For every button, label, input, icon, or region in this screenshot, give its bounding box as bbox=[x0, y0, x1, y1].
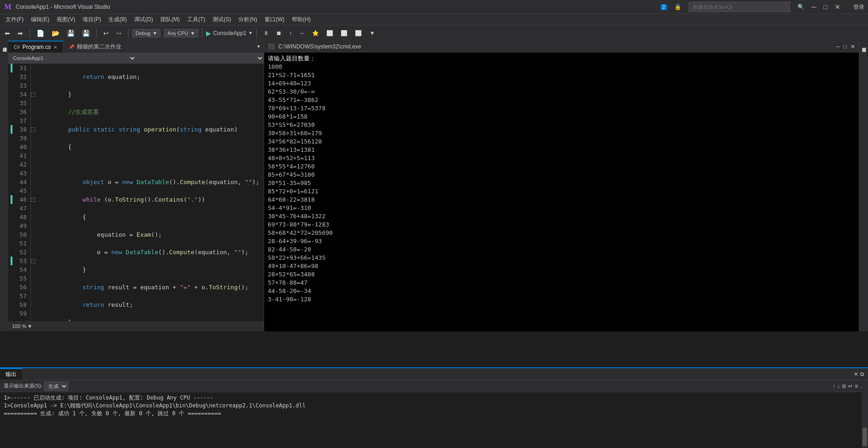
output-next-btn[interactable]: ↓ bbox=[837, 383, 840, 389]
output-prev-btn[interactable]: ↑ bbox=[833, 383, 835, 389]
solution-explorer-vtab[interactable]: 解决方案资源管理器 bbox=[860, 42, 868, 46]
console-maximize-btn[interactable]: □ bbox=[844, 43, 847, 50]
toolbar-save-btn[interactable]: 💾 bbox=[64, 29, 77, 38]
maximize-button[interactable]: □ bbox=[824, 3, 827, 11]
toolbar-back-btn[interactable]: ⬅ bbox=[2, 29, 13, 38]
code-content[interactable]: return equation; } //生成答案 public static … bbox=[35, 64, 264, 321]
toolbar-btn13[interactable]: ⬜ bbox=[352, 29, 365, 37]
toolbar-btn9[interactable]: ↔ bbox=[296, 29, 307, 37]
tab-overflow-btn[interactable]: ▼ bbox=[254, 41, 264, 53]
console-prompt-line: 请输入题目数量： bbox=[268, 54, 855, 63]
toolbar-undo-btn[interactable]: ↩ bbox=[100, 29, 112, 38]
zoom-dropdown-icon[interactable]: ▼ bbox=[27, 323, 32, 329]
code-line-36 bbox=[39, 160, 264, 169]
output-line-2: ========== 生成: 成功 1 个, 失败 0 个, 最新 0 个, 跳… bbox=[4, 410, 864, 418]
output-close-btn[interactable]: ✕ bbox=[854, 371, 858, 377]
code-area[interactable]: 31 32 33 34 35 36 37 38 39 40 41 42 43 4… bbox=[8, 64, 264, 321]
toolbar-btn11[interactable]: ⬜ bbox=[324, 29, 336, 37]
code-line-31: return equation; bbox=[39, 72, 264, 81]
output-scrollbar-thumb[interactable] bbox=[862, 428, 867, 446]
toolbar-btn10[interactable]: ⭐ bbox=[309, 29, 322, 37]
cc46[interactable]: − bbox=[31, 195, 35, 204]
console-window: ⬛ C:\WINDOWS\system32\cmd.exe ─ □ ✕ 请输入题… bbox=[264, 41, 859, 331]
minimize-button[interactable]: ─ bbox=[812, 3, 816, 11]
menu-team[interactable]: 团队(M) bbox=[157, 15, 183, 24]
member-selector[interactable] bbox=[136, 53, 264, 64]
console-icon: ⬛ bbox=[268, 43, 275, 50]
toolbar-btn7[interactable]: ⏹ bbox=[273, 29, 284, 37]
search-icon: 🔍 bbox=[797, 4, 804, 10]
output-toolbar-btns: ↑ ↓ ⊘ ↵ ≡ ⤓ bbox=[833, 383, 864, 389]
collapse-btn-38[interactable]: − bbox=[31, 127, 35, 132]
code-line-45: } bbox=[39, 318, 264, 321]
run-button[interactable]: ▶ ConsoleApp1 ▼ bbox=[206, 30, 253, 37]
menu-test[interactable]: 测试(S) bbox=[209, 15, 235, 24]
menu-edit[interactable]: 编辑(E) bbox=[27, 15, 53, 24]
output-content-area[interactable]: 1>------ 已启动生成: 项目: ConsoleApp1, 配置: Deb… bbox=[0, 392, 868, 448]
quick-launch-input[interactable] bbox=[689, 2, 790, 12]
menu-window[interactable]: 窗口(W) bbox=[261, 15, 288, 24]
toolbar-btn14[interactable]: ▼ bbox=[366, 29, 378, 37]
menu-help[interactable]: 帮助(H) bbox=[288, 15, 314, 24]
toolbar-btn12[interactable]: ⬜ bbox=[338, 29, 350, 37]
ind44 bbox=[8, 178, 12, 186]
zoom-control: 100 % ▼ bbox=[8, 321, 264, 331]
cc53[interactable]: − bbox=[31, 257, 35, 265]
title-bar: M ConsoleApp1 - Microsoft Visual Studio … bbox=[0, 0, 868, 14]
collapse-btn-46[interactable]: − bbox=[31, 197, 35, 202]
editor-tab-second[interactable]: 📌 顾顿的第二次作业 bbox=[63, 41, 127, 53]
ln-48: 48 bbox=[16, 213, 27, 221]
login-label[interactable]: 登录 bbox=[853, 3, 864, 11]
cc37 bbox=[31, 116, 35, 125]
code-line-37: object o = new DataTable().Compute(equat… bbox=[39, 178, 264, 186]
output-scrollbar[interactable] bbox=[862, 380, 868, 448]
platform-dropdown[interactable]: Any CPU ▼ bbox=[164, 29, 198, 37]
collapse-btn-53[interactable]: − bbox=[31, 259, 35, 263]
output-float-btn[interactable]: ⧉ bbox=[860, 371, 864, 377]
tab-close-btn[interactable]: ✕ bbox=[53, 45, 57, 50]
menu-build[interactable]: 生成(B) bbox=[105, 15, 130, 24]
run-dropdown-icon: ▼ bbox=[248, 30, 253, 36]
console-minimize-btn[interactable]: ─ bbox=[836, 43, 840, 50]
ind36 bbox=[8, 108, 12, 116]
output-source-selector[interactable]: 生成 bbox=[44, 382, 68, 391]
menu-tools[interactable]: 工具(T) bbox=[183, 15, 209, 24]
left-vtab-server[interactable]: 服务器资源管理器 bbox=[0, 42, 8, 46]
ind33 bbox=[8, 81, 12, 90]
console-output[interactable]: 请输入题目数量： 1000 21*S2-71=1651 14+69+40=123… bbox=[264, 53, 859, 331]
toolbar-open-btn[interactable]: 📂 bbox=[49, 29, 62, 38]
output-wrap-btn[interactable]: ↵ bbox=[848, 383, 853, 389]
ln-38: 38 bbox=[16, 125, 27, 134]
menu-view[interactable]: 视图(V) bbox=[53, 15, 79, 24]
cc32 bbox=[31, 72, 35, 81]
toolbar-new-btn[interactable]: 📄 bbox=[34, 29, 47, 38]
namespace-selector[interactable]: ConsoleApp1 bbox=[8, 53, 136, 64]
menu-analyze[interactable]: 分析(N) bbox=[235, 15, 261, 24]
ln-47: 47 bbox=[16, 204, 27, 213]
collapse-btn-34[interactable]: − bbox=[31, 92, 35, 97]
console-out-14: 85*72+0+1=6121 bbox=[268, 187, 855, 196]
toolbar-saveall-btn[interactable]: 💾 bbox=[79, 29, 93, 38]
console-out-25: 57+78-88=47 bbox=[268, 279, 855, 287]
menu-project[interactable]: 项目(P) bbox=[79, 15, 105, 24]
toolbar-btn8[interactable]: ↕ bbox=[286, 29, 295, 37]
toolbar-forward-btn[interactable]: ➡ bbox=[15, 29, 26, 38]
code-line-34: public static string operation(string eq… bbox=[39, 125, 264, 134]
cc34[interactable]: − bbox=[31, 90, 35, 99]
menu-debug[interactable]: 调试(D) bbox=[130, 15, 157, 24]
toolbar-redo-btn[interactable]: ↪ bbox=[113, 29, 124, 38]
cc44 bbox=[31, 178, 35, 186]
output-clear-btn[interactable]: ⊘ bbox=[842, 383, 846, 389]
editor-tab-program-cs[interactable]: C# Program.cs ✕ bbox=[8, 41, 63, 53]
close-button[interactable]: ✕ bbox=[835, 3, 840, 11]
debug-mode-dropdown[interactable]: Debug ▼ bbox=[132, 29, 160, 37]
ind49 bbox=[8, 221, 12, 230]
output-wordwrap-btn[interactable]: ≡ bbox=[855, 383, 858, 389]
cc43 bbox=[31, 169, 35, 178]
output-tab-output[interactable]: 输出 bbox=[0, 368, 22, 380]
toolbar-btn6[interactable]: ⏸ bbox=[260, 29, 272, 37]
cc38[interactable]: − bbox=[31, 125, 35, 134]
cc55 bbox=[31, 274, 35, 283]
menu-file[interactable]: 文件(F) bbox=[2, 15, 27, 24]
console-close-btn[interactable]: ✕ bbox=[850, 43, 855, 50]
